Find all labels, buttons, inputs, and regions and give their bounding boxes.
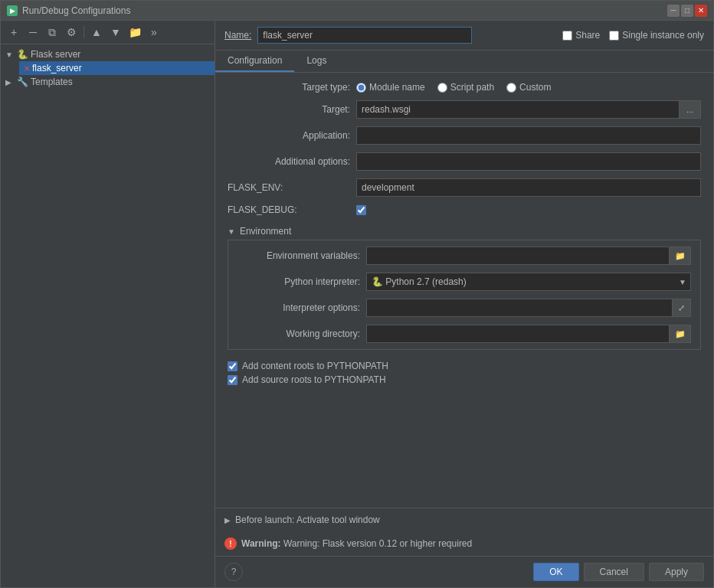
title-bar-controls: ─ □ ✕: [667, 5, 707, 17]
target-input-group: ...: [356, 100, 701, 119]
python-interp-select[interactable]: 🐍 Python 2.7 (redash): [366, 273, 691, 291]
tree-group-flask-header[interactable]: ▼ 🐍 Flask server: [1, 47, 215, 61]
flask-env-row: FLASK_ENV:: [228, 178, 701, 197]
run-debug-dialog: ▶ Run/Debug Configurations ─ □ ✕ + ─ ⧉ ⚙…: [0, 0, 714, 588]
tree-group-flask: ▼ 🐍 Flask server ✕ flask_server: [1, 47, 215, 75]
templates-group-icon: 🔧: [17, 77, 28, 87]
bottom-bar: ? OK Cancel Apply: [215, 556, 713, 587]
environment-section: ▼ Environment Environment variables: 📁: [228, 223, 701, 350]
maximize-button[interactable]: □: [681, 5, 693, 17]
left-panel: + ─ ⧉ ⚙ ▲ ▼ 📁 » ▼ 🐍 Flask server: [1, 21, 215, 587]
source-roots-checkbox[interactable]: [228, 375, 237, 385]
add-config-button[interactable]: +: [5, 24, 22, 41]
target-type-label: Target type:: [228, 82, 350, 93]
flask-group-expand-icon: ▼: [5, 51, 15, 59]
name-label: Name:: [224, 30, 251, 41]
source-roots-row: Add source roots to PYTHONPATH: [228, 374, 701, 385]
flask-debug-checkbox[interactable]: [356, 205, 366, 215]
python-interp-row: Python interpreter: 🐍 Python 2.7 (redash…: [237, 273, 691, 291]
tree-item-flask-server[interactable]: ✕ flask_server: [19, 61, 215, 75]
main-content: + ─ ⧉ ⚙ ▲ ▼ 📁 » ▼ 🐍 Flask server: [1, 21, 713, 587]
flask-env-label: FLASK_ENV:: [228, 182, 350, 193]
dialog-icon: ▶: [7, 5, 18, 16]
ok-button[interactable]: OK: [533, 563, 578, 581]
move-up-button[interactable]: ▲: [88, 24, 105, 41]
share-section: Share Single instance only: [562, 30, 704, 41]
content-roots-row: Add content roots to PYTHONPATH: [228, 361, 701, 371]
close-button[interactable]: ✕: [695, 5, 707, 17]
working-dir-input[interactable]: [366, 325, 670, 343]
env-vars-browse-button[interactable]: 📁: [670, 247, 691, 265]
additional-options-input[interactable]: [356, 152, 701, 171]
warning-text: Warning: Warning: Flask version 0.12 or …: [241, 538, 472, 549]
application-label: Application:: [228, 130, 350, 141]
radio-script-path[interactable]: Script path: [437, 82, 494, 93]
error-icon: ✕: [24, 64, 30, 73]
environment-header[interactable]: ▼ Environment: [228, 223, 701, 240]
interp-options-input-group: ⤢: [366, 299, 691, 317]
target-input[interactable]: [356, 100, 680, 119]
single-instance-checkbox-label[interactable]: Single instance only: [609, 30, 704, 41]
interp-options-input[interactable]: [366, 299, 673, 317]
content-roots-label[interactable]: Add content roots to PYTHONPATH: [242, 361, 388, 371]
additional-options-label: Additional options:: [228, 156, 350, 167]
flask-debug-label: FLASK_DEBUG:: [228, 204, 350, 215]
interp-options-label: Interpreter options:: [237, 302, 360, 313]
before-launch-row[interactable]: ▶ Before launch: Activate tool window: [224, 514, 704, 525]
target-label: Target:: [228, 104, 350, 115]
action-buttons: OK Cancel Apply: [533, 563, 704, 581]
tree-sub-flask: ✕ flask_server: [1, 61, 215, 75]
cancel-button[interactable]: Cancel: [584, 563, 644, 581]
warning-icon: !: [224, 537, 237, 550]
radio-custom[interactable]: Custom: [506, 82, 551, 93]
flask-server-label: flask_server: [32, 63, 82, 74]
apply-button[interactable]: Apply: [649, 563, 704, 581]
before-launch-label: Before launch: Activate tool window: [235, 514, 380, 525]
target-browse-button[interactable]: ...: [680, 100, 701, 119]
help-button[interactable]: ?: [224, 563, 243, 581]
config-toolbar: + ─ ⧉ ⚙ ▲ ▼ 📁 »: [1, 21, 215, 44]
interp-options-row: Interpreter options: ⤢: [237, 299, 691, 317]
tree-group-templates: ▶ 🔧 Templates: [1, 75, 215, 89]
tree-group-templates-header[interactable]: ▶ 🔧 Templates: [1, 75, 215, 89]
name-input[interactable]: [257, 27, 472, 44]
templates-group-label: Templates: [31, 77, 73, 87]
single-instance-checkbox[interactable]: [609, 31, 619, 41]
toolbar-separator: [84, 26, 84, 38]
env-expand-icon: ▼: [228, 227, 235, 236]
env-vars-input-group: 📁: [366, 247, 691, 265]
target-type-row: Target type: Module name Script path: [228, 82, 701, 93]
share-checkbox[interactable]: [562, 31, 572, 41]
dialog-title: Run/Debug Configurations: [22, 5, 130, 16]
title-bar-left: ▶ Run/Debug Configurations: [7, 5, 130, 16]
settings-button[interactable]: ⚙: [63, 24, 80, 41]
flask-env-input[interactable]: [356, 178, 701, 197]
env-vars-label: Environment variables:: [237, 250, 360, 261]
working-dir-label: Working directory:: [237, 328, 360, 339]
flask-group-label: Flask server: [31, 49, 80, 60]
remove-config-button[interactable]: ─: [25, 24, 41, 41]
env-vars-input[interactable]: [366, 247, 670, 265]
name-bar: Name: Share Single instance only: [215, 21, 713, 51]
target-row: Target: ...: [228, 100, 701, 119]
working-dir-input-group: 📁: [366, 325, 691, 343]
radio-module-name[interactable]: Module name: [356, 82, 425, 93]
templates-expand-icon: ▶: [5, 78, 15, 87]
right-panel: Name: Share Single instance only Configu…: [215, 21, 713, 587]
working-dir-browse-button[interactable]: 📁: [670, 325, 691, 343]
copy-config-button[interactable]: ⧉: [44, 24, 61, 41]
env-vars-row: Environment variables: 📁: [237, 247, 691, 265]
interp-options-expand-button[interactable]: ⤢: [673, 299, 691, 317]
tab-logs[interactable]: Logs: [294, 51, 339, 72]
config-tabs: Configuration Logs: [215, 51, 713, 73]
content-roots-checkbox[interactable]: [228, 361, 237, 371]
folder-button[interactable]: 📁: [126, 24, 143, 41]
more-button[interactable]: »: [146, 24, 162, 41]
move-down-button[interactable]: ▼: [107, 24, 124, 41]
share-checkbox-label[interactable]: Share: [562, 30, 600, 41]
tab-configuration[interactable]: Configuration: [215, 51, 294, 72]
source-roots-label[interactable]: Add source roots to PYTHONPATH: [242, 374, 386, 385]
minimize-button[interactable]: ─: [667, 5, 680, 17]
config-area: Target type: Module name Script path: [215, 73, 713, 508]
application-input[interactable]: [356, 126, 701, 145]
